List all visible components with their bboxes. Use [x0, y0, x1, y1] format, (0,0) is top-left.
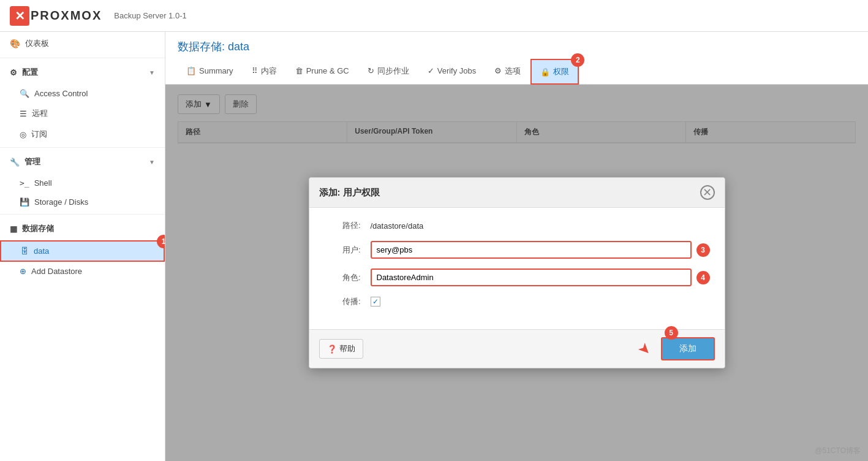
modal-footer: ❓ 帮助 5 ➤ 添加 — [309, 329, 725, 368]
shell-icon: >_ — [20, 178, 29, 188]
sidebar-label-manage: 管理 — [25, 156, 40, 167]
access-control-icon: 🔍 — [20, 89, 29, 98]
main-content: 数据存储: data 📋 Summary ⠿ 内容 🗑 Prune & GC ↻… — [165, 32, 868, 461]
tab-verify-jobs[interactable]: ✓ Verify Jobs — [419, 60, 485, 83]
sidebar-label-config: 配置 — [22, 67, 38, 78]
form-row-user: 用户: 3 — [324, 241, 710, 259]
remote-icon: ☰ — [20, 109, 27, 118]
propagate-checkbox-wrapper — [371, 297, 380, 307]
sidebar-item-access-control[interactable]: 🔍 Access Control — [0, 84, 165, 103]
header-subtitle: Backup Server 1.0-1 — [114, 11, 187, 20]
storage-disks-icon: 💾 — [20, 197, 29, 207]
add-permission-modal: 添加: 用户权限 ✕ 路径: /datastore/data — [309, 177, 725, 368]
tab-options[interactable]: ⚙ 选项 — [486, 59, 529, 84]
tab-label-content: 内容 — [261, 66, 277, 77]
badge-4: 4 — [696, 271, 710, 284]
user-input-wrapper: 3 — [371, 241, 710, 259]
badge-2: 2 — [571, 53, 584, 67]
modal-title: 添加: 用户权限 — [319, 187, 380, 199]
proxmox-icon: ✕ — [10, 6, 29, 26]
modal-header: 添加: 用户权限 ✕ — [309, 178, 725, 208]
sidebar-section-manage[interactable]: 🔧 管理 ▼ — [0, 150, 165, 173]
config-arrow: ▼ — [149, 69, 155, 76]
svg-text:✕: ✕ — [15, 9, 25, 23]
summary-icon: 📋 — [186, 66, 196, 75]
propagate-checkbox[interactable] — [371, 297, 380, 307]
arrow-annotation: ➤ — [635, 338, 655, 359]
page-header: 数据存储: data — [165, 32, 868, 59]
tabs-bar: 📋 Summary ⠿ 内容 🗑 Prune & GC ↻ 同步作业 ✓ Ver… — [165, 59, 868, 85]
sidebar-label-access-control: Access Control — [34, 89, 88, 98]
sidebar-item-data[interactable]: 🗄 data 1 — [0, 240, 165, 262]
sidebar-label-shell: Shell — [34, 178, 52, 188]
manage-icon: 🔧 — [10, 158, 20, 167]
user-label: 用户: — [324, 245, 361, 256]
permissions-icon: 🔒 — [540, 67, 550, 77]
help-button-label: 帮助 — [339, 343, 355, 354]
tab-prune-gc[interactable]: 🗑 Prune & GC — [287, 60, 358, 83]
content-area: 添加 ▼ 删除 路径 User/Group/API Token 角色 传播 — [165, 85, 868, 461]
datastore-icon: ▦ — [10, 224, 17, 234]
role-input-wrapper: 4 — [371, 269, 710, 286]
layout: 🎨 仪表板 ⚙ 配置 ▼ 🔍 Access Control ☰ 远程 ◎ 订阅 … — [0, 32, 868, 461]
path-value: /datastore/data — [371, 221, 710, 230]
sidebar-item-storage-disks[interactable]: 💾 Storage / Disks — [0, 192, 165, 211]
tab-label-verify-jobs: Verify Jobs — [437, 66, 477, 75]
page-title: 数据存储: data — [178, 39, 856, 54]
tab-content[interactable]: ⠿ 内容 — [243, 59, 285, 84]
tab-summary[interactable]: 📋 Summary — [178, 60, 242, 83]
tab-permissions[interactable]: 🔒 权限 2 — [530, 59, 579, 85]
modal-add-button-label: 添加 — [679, 343, 696, 354]
verify-icon: ✓ — [428, 66, 434, 75]
modal-body: 路径: /datastore/data 用户: 3 — [309, 208, 725, 329]
sidebar: 🎨 仪表板 ⚙ 配置 ▼ 🔍 Access Control ☰ 远程 ◎ 订阅 … — [0, 32, 165, 461]
logo: ✕ PROXMOX — [10, 6, 102, 26]
tab-sync-jobs[interactable]: ↻ 同步作业 — [359, 59, 418, 84]
form-row-role: 角色: 4 — [324, 269, 710, 286]
sidebar-item-add-datastore[interactable]: ⊕ Add Datastore — [0, 262, 165, 281]
sidebar-label-dashboard: 仪表板 — [25, 38, 49, 49]
form-row-path: 路径: /datastore/data — [324, 220, 710, 231]
modal-overlay: 添加: 用户权限 ✕ 路径: /datastore/data — [165, 85, 868, 461]
manage-arrow: ▼ — [149, 159, 155, 166]
tab-label-sync-jobs: 同步作业 — [377, 66, 409, 77]
user-input[interactable] — [371, 241, 692, 259]
add-datastore-icon: ⊕ — [20, 267, 26, 276]
help-button[interactable]: ❓ 帮助 — [319, 339, 363, 359]
content-icon: ⠿ — [252, 66, 258, 75]
tab-label-options: 选项 — [505, 66, 521, 77]
tab-label-permissions: 权限 — [553, 66, 569, 77]
sidebar-label-data: data — [34, 246, 49, 256]
sidebar-section-config[interactable]: ⚙ 配置 ▼ — [0, 61, 165, 84]
subscription-icon: ◎ — [20, 130, 26, 139]
role-input[interactable] — [371, 269, 692, 286]
sidebar-label-add-datastore: Add Datastore — [31, 267, 82, 276]
badge-1: 1 — [157, 235, 165, 248]
sidebar-label-subscription: 订阅 — [31, 129, 47, 140]
header: ✕ PROXMOX Backup Server 1.0-1 — [0, 0, 868, 32]
prune-icon: 🗑 — [295, 66, 303, 75]
divider-2 — [0, 147, 165, 148]
app-name: PROXMOX — [31, 9, 102, 23]
path-label: 路径: — [324, 220, 361, 231]
sidebar-item-subscription[interactable]: ◎ 订阅 — [0, 124, 165, 145]
sidebar-label-remote: 远程 — [32, 108, 48, 119]
help-icon: ❓ — [327, 345, 337, 354]
sync-icon: ↻ — [368, 66, 374, 75]
sidebar-item-shell[interactable]: >_ Shell — [0, 173, 165, 192]
divider-3 — [0, 214, 165, 215]
sidebar-label-storage-disks: Storage / Disks — [34, 197, 88, 207]
modal-close-button[interactable]: ✕ — [700, 185, 715, 200]
badge-5: 5 — [665, 326, 678, 340]
sidebar-section-datastore[interactable]: ▦ 数据存储 — [0, 217, 165, 240]
close-icon: ✕ — [703, 186, 712, 199]
sidebar-label-datastore: 数据存储 — [22, 223, 54, 234]
tab-label-summary: Summary — [199, 66, 233, 75]
modal-add-button[interactable]: 添加 — [661, 337, 715, 360]
tab-label-prune-gc: Prune & GC — [306, 66, 349, 75]
config-icon: ⚙ — [10, 68, 17, 77]
form-row-propagate: 传播: — [324, 296, 710, 307]
sidebar-item-dashboard[interactable]: 🎨 仪表板 — [0, 32, 165, 55]
sidebar-item-remote[interactable]: ☰ 远程 — [0, 103, 165, 124]
propagate-label: 传播: — [324, 296, 361, 307]
